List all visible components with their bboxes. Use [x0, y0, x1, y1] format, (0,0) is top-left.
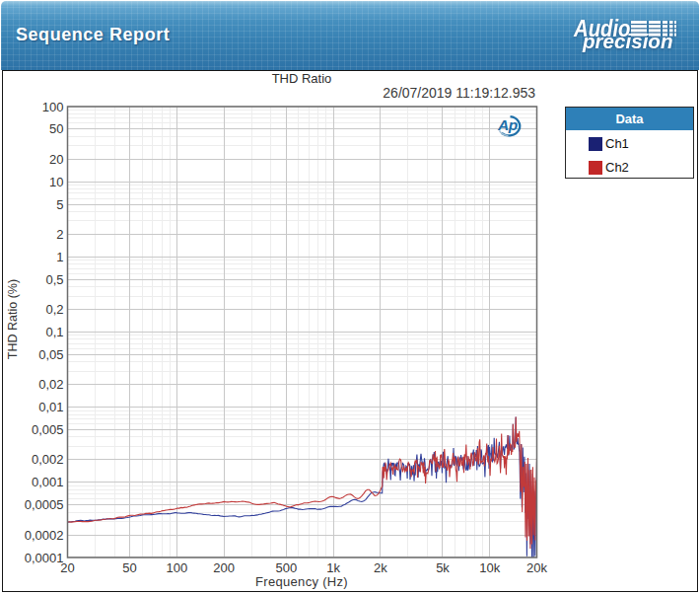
svg-text:20k: 20k: [526, 560, 547, 575]
svg-text:2k: 2k: [374, 560, 387, 575]
svg-text:0,0005: 0,0005: [25, 497, 64, 512]
svg-text:5: 5: [56, 197, 63, 212]
svg-text:0,02: 0,02: [38, 377, 63, 392]
svg-text:0,001: 0,001: [32, 475, 64, 489]
svg-text:200: 200: [213, 560, 235, 575]
svg-text:100: 100: [167, 560, 188, 575]
svg-text:10k: 10k: [479, 560, 500, 575]
svg-text:0,1: 0,1: [45, 325, 63, 339]
svg-text:Frequency (Hz): Frequency (Hz): [255, 574, 348, 589]
svg-text:50: 50: [49, 121, 63, 136]
svg-text:50: 50: [122, 560, 136, 575]
svg-text:5k: 5k: [436, 560, 450, 575]
svg-text:1k: 1k: [326, 560, 340, 575]
svg-text:2: 2: [56, 227, 63, 242]
svg-text:100: 100: [42, 100, 64, 114]
svg-text:0,01: 0,01: [38, 400, 63, 414]
svg-text:1: 1: [56, 250, 63, 264]
svg-text:0,05: 0,05: [38, 347, 63, 362]
svg-text:20: 20: [49, 152, 63, 167]
svg-text:THD Ratio: THD Ratio: [272, 71, 332, 86]
svg-text:26/07/2019 11:19:12.953: 26/07/2019 11:19:12.953: [383, 85, 535, 101]
svg-text:THD Ratio (%): THD Ratio (%): [6, 279, 20, 359]
svg-text:0,2: 0,2: [45, 302, 63, 317]
svg-text:0,0002: 0,0002: [25, 528, 64, 543]
svg-text:0,002: 0,002: [32, 452, 64, 467]
svg-text:0,0001: 0,0001: [25, 551, 64, 565]
svg-text:500: 500: [275, 560, 297, 575]
svg-text:0,5: 0,5: [45, 272, 63, 287]
svg-text:10: 10: [49, 175, 63, 189]
svg-text:0,005: 0,005: [32, 422, 64, 437]
